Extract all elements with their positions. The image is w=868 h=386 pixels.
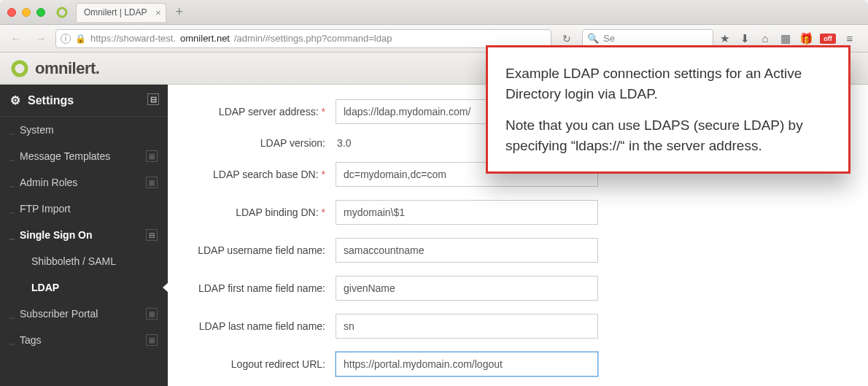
expand-icon[interactable]: ⊞: [146, 177, 158, 188]
form-label-text: LDAP binding DN:: [236, 206, 318, 218]
form-input[interactable]: [336, 276, 598, 301]
sidebar-item-ftp-import[interactable]: ⎯FTP Import: [0, 196, 168, 222]
lock-icon: 🔒: [75, 34, 86, 44]
sidebar-header-settings[interactable]: ⚙ Settings ⊟: [0, 85, 168, 117]
tree-line-icon: ⎯: [9, 177, 15, 188]
new-tab-button[interactable]: +: [171, 4, 187, 20]
form-input[interactable]: [336, 352, 598, 377]
callout-paragraph-2: Note that you can use LDAPS (secure LDAP…: [505, 115, 831, 155]
form-label: LDAP server address:*: [190, 106, 336, 117]
form-label-text: LDAP server address:: [219, 106, 319, 117]
form-label: LDAP username field name:: [190, 244, 336, 256]
tree-line-icon: ⎯: [9, 335, 15, 345]
extensions-row: ★ ⬇ ⌂ ▦ 🎁 off ≡: [718, 32, 862, 45]
tree-line-icon: ⎯: [9, 151, 15, 161]
form-label-text: LDAP search base DN:: [213, 169, 318, 180]
sidebar-header-label: Settings: [28, 94, 74, 107]
form-input[interactable]: [336, 200, 598, 225]
sidebar-item-label: LDAP: [31, 282, 59, 293]
search-icon: 🔍: [587, 33, 599, 44]
sidebar-item-label: Single Sign On: [20, 229, 93, 241]
sidebar-item-label: Tags: [20, 334, 42, 346]
form-row: Logout redirect URL:: [190, 352, 846, 377]
sidebar-item-shibboleth-saml[interactable]: Shibboleth / SAML: [0, 248, 168, 274]
expand-icon[interactable]: ⊞: [146, 308, 158, 320]
svg-point-1: [13, 62, 26, 75]
settings-sidebar: ⚙ Settings ⊟ ⎯System⎯Message Templates⊞⎯…: [0, 85, 168, 386]
sidebar-item-label: Message Templates: [20, 150, 110, 162]
callout-paragraph-1: Example LDAP connection settings for an …: [505, 63, 831, 104]
collapse-icon[interactable]: ⊟: [146, 229, 158, 241]
titlebar: Omnilert | LDAP × +: [0, 0, 868, 25]
url-prefix: https://showard-test.: [90, 33, 176, 44]
url-domain: omnilert.net: [180, 33, 230, 44]
sidebar-item-subscriber-portal[interactable]: ⎯Subscriber Portal⊞: [0, 301, 168, 327]
brand-icon: [10, 59, 29, 78]
home-icon[interactable]: ⌂: [759, 32, 772, 45]
star-icon[interactable]: ★: [718, 32, 731, 45]
form-label: LDAP last name field name:: [190, 320, 336, 332]
form-label-text: LDAP username field name:: [198, 244, 325, 256]
collapse-icon[interactable]: ⊟: [147, 93, 159, 105]
sidebar-item-message-templates[interactable]: ⎯Message Templates⊞: [0, 143, 168, 169]
sidebar-item-tags[interactable]: ⎯Tags⊞: [0, 327, 168, 353]
sidebar-item-single-sign-on[interactable]: ⎯Single Sign On⊟: [0, 222, 168, 248]
form-label: LDAP search base DN:*: [190, 169, 336, 180]
sidebar-item-label: System: [20, 124, 54, 136]
sidebar-item-label: Admin Roles: [20, 177, 77, 188]
menu-icon[interactable]: ≡: [843, 32, 856, 45]
form-label-text: LDAP version:: [260, 137, 325, 149]
reload-button[interactable]: ↻: [556, 33, 578, 45]
sidebar-item-admin-roles[interactable]: ⎯Admin Roles⊞: [0, 169, 168, 196]
tab-favicon: [55, 6, 69, 19]
form-label: LDAP binding DN:*: [190, 206, 336, 218]
minimize-window-button[interactable]: [22, 8, 31, 17]
tree-line-icon: ⎯: [9, 125, 15, 135]
form-label-text: LDAP first name field name:: [198, 282, 325, 294]
required-asterisk: *: [322, 106, 325, 117]
download-icon[interactable]: ⬇: [738, 32, 751, 45]
sidebar-item-label: Subscriber Portal: [20, 308, 98, 320]
form-row: LDAP binding DN:*: [190, 200, 846, 225]
brand-name-text: omnilert: [35, 59, 96, 77]
gear-icon: ⚙: [10, 93, 20, 107]
form-label-text: Logout redirect URL:: [231, 358, 325, 370]
gift-icon[interactable]: 🎁: [799, 32, 813, 45]
sidebar-item-ldap[interactable]: LDAP: [0, 274, 168, 301]
form-static-value: 3.0: [336, 137, 351, 149]
info-icon: i: [61, 34, 71, 44]
form-label-text: LDAP last name field name:: [199, 320, 325, 332]
window-controls: [7, 8, 45, 17]
sidebar-item-system[interactable]: ⎯System: [0, 117, 168, 143]
tree-line-icon: ⎯: [9, 230, 15, 240]
form-label: LDAP version:: [190, 137, 336, 149]
tree-line-icon: ⎯: [9, 204, 15, 214]
expand-icon[interactable]: ⊞: [146, 334, 158, 346]
close-tab-icon[interactable]: ×: [155, 7, 161, 18]
form-label: LDAP first name field name:: [190, 282, 336, 294]
browser-search-text: Se: [603, 33, 615, 44]
zoom-window-button[interactable]: [36, 8, 45, 17]
expand-icon[interactable]: ⊞: [146, 150, 158, 162]
grid-icon[interactable]: ▦: [779, 32, 792, 45]
tab-title: Omnilert | LDAP: [84, 7, 147, 18]
off-badge-icon[interactable]: off: [820, 34, 836, 44]
form-row: LDAP last name field name:: [190, 314, 846, 339]
url-field[interactable]: i 🔒 https://showard-test.omnilert.net/ad…: [55, 29, 551, 48]
form-label: Logout redirect URL:: [190, 358, 336, 370]
browser-tab[interactable]: Omnilert | LDAP ×: [76, 3, 166, 22]
forward-button[interactable]: →: [31, 28, 51, 49]
required-asterisk: *: [322, 169, 325, 180]
close-window-button[interactable]: [7, 8, 16, 17]
form-input[interactable]: [336, 314, 598, 339]
form-row: LDAP username field name:: [190, 238, 846, 263]
brand-stop: .: [96, 59, 100, 77]
sidebar-item-label: Shibboleth / SAML: [31, 255, 116, 267]
svg-point-0: [58, 8, 66, 17]
brand-name: omnilert.: [35, 59, 99, 78]
form-input[interactable]: [336, 238, 598, 263]
sidebar-item-label: FTP Import: [20, 203, 71, 215]
back-button[interactable]: ←: [6, 28, 26, 49]
browser-window: Omnilert | LDAP × + ← → i 🔒 https://show…: [0, 0, 868, 386]
annotation-callout: Example LDAP connection settings for an …: [486, 45, 850, 174]
